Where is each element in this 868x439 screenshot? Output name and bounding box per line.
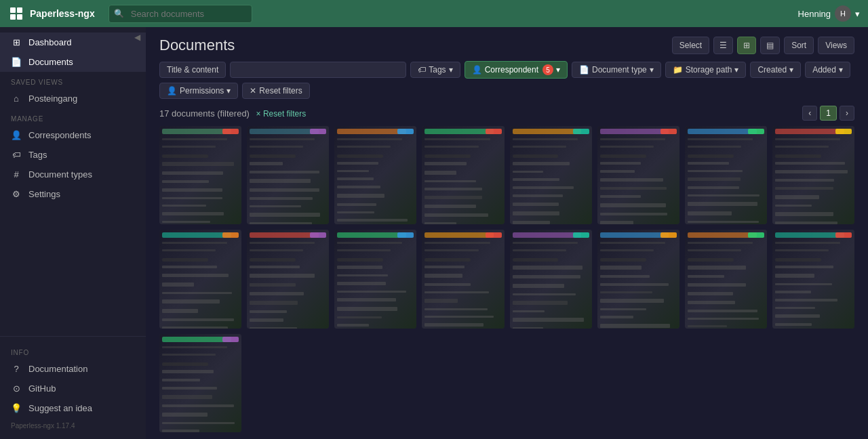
document-tag — [397, 129, 414, 134]
svg-rect-2 — [10, 14, 16, 20]
document-tag — [573, 232, 589, 238]
saved-views-label: SAVED VIEWS — [0, 72, 146, 89]
document-card[interactable]: Document 7 2023-07-16 — [685, 126, 767, 224]
document-tag — [222, 232, 239, 238]
document-card[interactable]: Document 5 2023-05-14 — [510, 126, 592, 224]
sidebar-item-tags[interactable]: 🏷 Tags — [0, 145, 146, 165]
documentation-icon: ? — [11, 364, 22, 374]
select-button[interactable]: Select — [672, 37, 709, 54]
documents-icon: 📄 — [11, 57, 22, 67]
sidebar-item-label: Posteingang — [28, 93, 77, 104]
document-thumbnail — [685, 230, 767, 328]
document-card[interactable]: Document 4 2023-04-13 — [422, 126, 504, 224]
next-page-button[interactable]: › — [840, 106, 854, 121]
title-filter-button[interactable]: Title & content — [159, 62, 226, 78]
sidebar-item-dashboard[interactable]: ⊞ Dashboard — [0, 33, 146, 52]
sidebar-item-posteingang[interactable]: ⌂ Posteingang — [0, 89, 146, 108]
user-menu[interactable]: Henning H ▾ — [798, 5, 860, 22]
sidebar-item-label: Settings — [28, 189, 60, 199]
document-card[interactable]: Document 12 2023-03-21 — [422, 230, 504, 328]
avatar: H — [835, 5, 851, 22]
document-card[interactable]: Document 16 2023-07-25 — [772, 230, 854, 328]
document-thumbnail — [247, 126, 329, 224]
svg-rect-1 — [17, 7, 22, 13]
posteingang-icon: ⌂ — [11, 93, 22, 104]
document-type-filter-button[interactable]: 📄 Document type ▾ — [572, 62, 661, 78]
header-actions: Select ☰ ⊞ ▤ Sort Views — [672, 37, 854, 54]
views-button[interactable]: Views — [818, 37, 854, 54]
sidebar: ◀ ⊞ Dashboard 📄 Documents SAVED VIEWS ⌂ … — [0, 27, 146, 439]
document-card[interactable]: Document 8 2023-08-17 — [772, 126, 854, 224]
reset-link[interactable]: × Reset filters — [256, 109, 307, 119]
created-filter-button[interactable]: Created ▾ — [750, 62, 801, 78]
sidebar-item-label: Tags — [28, 150, 47, 160]
app-logo[interactable]: Paperless-ngx — [8, 5, 95, 22]
document-card[interactable]: Document 9 2023-09-18 — [159, 230, 241, 328]
manage-label: MANAGE — [0, 108, 146, 125]
document-card[interactable]: Document 11 2023-02-20 — [334, 230, 416, 328]
sidebar-item-label: GitHub — [28, 383, 56, 394]
results-count: 17 documents (filtered) × Reset filters — [159, 108, 306, 119]
document-tag — [486, 129, 502, 134]
dashboard-icon: ⊞ — [11, 37, 22, 47]
sidebar-item-documentation[interactable]: ? Documentation — [0, 359, 146, 379]
sidebar-item-settings[interactable]: ⚙ Settings — [0, 184, 146, 204]
document-tag — [310, 129, 326, 134]
grid-view-button[interactable]: ⊞ — [737, 37, 756, 54]
document-card[interactable]: Document 10 2023-01-19 — [247, 230, 329, 328]
correspondents-icon: 👤 — [11, 130, 22, 140]
correspondent-icon: 👤 — [472, 65, 482, 75]
document-thumbnail — [772, 126, 854, 224]
sidebar-item-github[interactable]: ⊙ GitHub — [0, 379, 146, 398]
current-page-button[interactable]: 1 — [820, 106, 837, 121]
chevron-down-icon: ▾ — [226, 86, 231, 96]
sidebar-item-documents[interactable]: 📄 Documents — [0, 52, 146, 72]
version-label: Paperless-ngx 1.17.4 — [0, 418, 146, 434]
list-view-button[interactable]: ☰ — [713, 37, 733, 54]
document-card[interactable]: Document 2 2023-02-11 — [247, 126, 329, 224]
document-card[interactable]: Document 15 2023-06-24 — [685, 230, 767, 328]
detail-view-button[interactable]: ▤ — [760, 37, 780, 54]
sidebar-item-suggest[interactable]: 💡 Suggest an idea — [0, 398, 146, 418]
settings-icon: ⚙ — [11, 189, 22, 199]
svg-rect-0 — [10, 7, 16, 13]
document-tag — [310, 232, 326, 238]
document-tag — [660, 232, 677, 238]
tags-icon: 🏷 — [11, 150, 22, 160]
document-card[interactable]: Document 13 2023-04-22 — [510, 230, 592, 328]
storage-path-filter-button[interactable]: 📁 Storage path ▾ — [665, 62, 747, 78]
added-filter-button[interactable]: Added ▾ — [805, 62, 850, 78]
filter-bar: Title & content 🏷 Tags ▾ 👤 Correspondent… — [146, 61, 868, 106]
count-text: 17 documents (filtered) — [159, 108, 250, 119]
sidebar-item-label: Documents — [28, 57, 73, 67]
info-label: INFO — [0, 342, 146, 359]
reset-filters-button[interactable]: ✕ Reset filters — [242, 83, 309, 99]
document-tag — [748, 129, 764, 134]
sort-button[interactable]: Sort — [784, 37, 814, 54]
document-grid: Document 1 2023-01-10 Document 2 2023-02… — [146, 126, 868, 439]
document-tag — [660, 129, 677, 134]
title-filter-input[interactable] — [230, 62, 406, 78]
document-card[interactable]: Document 14 2023-05-23 — [597, 230, 679, 328]
document-tag — [573, 129, 589, 134]
sidebar-item-document-types[interactable]: # Document types — [0, 165, 146, 184]
tags-filter-button[interactable]: 🏷 Tags ▾ — [410, 62, 460, 78]
document-card[interactable]: Document 6 2023-06-15 — [597, 126, 679, 224]
search-input[interactable] — [108, 5, 252, 23]
document-thumbnail — [334, 126, 416, 224]
document-thumbnail — [510, 230, 592, 328]
document-thumbnail — [334, 230, 416, 328]
document-card[interactable]: Document 17 2023-08-26 — [159, 334, 241, 432]
logo-icon — [8, 5, 24, 22]
chevron-down-icon: ▾ — [650, 65, 654, 75]
document-thumbnail — [422, 126, 504, 224]
document-card[interactable]: Document 3 2023-03-12 — [334, 126, 416, 224]
document-thumbnail — [597, 230, 679, 328]
sidebar-item-correspondents[interactable]: 👤 Correspondents — [0, 125, 146, 145]
sidebar-collapse-button[interactable]: ◀ — [134, 33, 140, 42]
prev-page-button[interactable]: ‹ — [802, 106, 817, 121]
correspondent-filter-button[interactable]: 👤 Correspondent 5 ▾ — [465, 61, 568, 79]
document-card[interactable]: Document 1 2023-01-10 — [159, 126, 241, 224]
bulb-icon: 💡 — [11, 403, 22, 413]
permissions-filter-button[interactable]: 👤 Permissions ▾ — [159, 83, 238, 99]
